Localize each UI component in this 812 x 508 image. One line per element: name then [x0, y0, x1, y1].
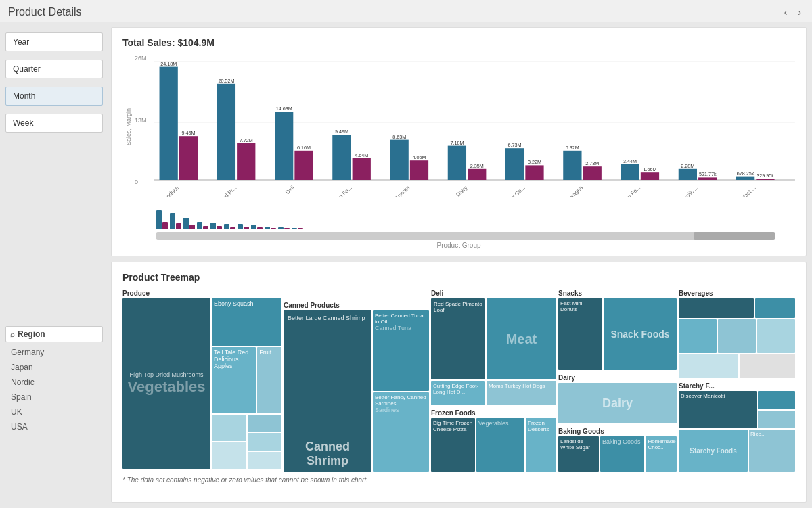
- treemap-block-dairy: Dairy: [558, 383, 677, 423]
- svg-text:678.25k: 678.25k: [737, 171, 754, 177]
- svg-rect-8: [217, 84, 235, 180]
- treemap-note: * The data set contains negative or zero…: [122, 476, 795, 484]
- y-axis-label: Sales, Margin: [125, 108, 132, 145]
- treemap-section-baking-label: Baking Goods: [558, 428, 677, 435]
- svg-rect-25: [410, 160, 428, 180]
- svg-text:8.63M: 8.63M: [392, 135, 406, 140]
- svg-text:Deli: Deli: [284, 185, 296, 195]
- sidebar-item-usa[interactable]: USA: [5, 419, 103, 434]
- treemap-block-rice: Rice...: [749, 430, 795, 472]
- filter-week-button[interactable]: Week: [5, 114, 103, 133]
- treemap-block-pimento: Red Spade Pimento Loaf: [431, 298, 485, 379]
- filter-year-button[interactable]: Year: [5, 32, 103, 51]
- sidebar-item-uk[interactable]: UK: [5, 405, 103, 419]
- sidebar-item-japan[interactable]: Japan: [5, 360, 103, 375]
- nav-next-button[interactable]: ›: [795, 5, 804, 19]
- treemap-block-bev-6: [679, 354, 738, 378]
- svg-text:Frozen Fo...: Frozen Fo...: [328, 185, 353, 197]
- svg-text:Alcoholic ...: Alcoholic ...: [675, 185, 699, 197]
- svg-text:24.18M: 24.18M: [160, 62, 177, 67]
- svg-rect-28: [448, 146, 466, 180]
- svg-text:Baking Go...: Baking Go...: [500, 185, 526, 197]
- treemap-section-frozen-label: Frozen Foods: [431, 409, 556, 417]
- region-filter-section: ⌕ Region Germany Japan Nordic Spain UK U…: [5, 326, 103, 434]
- treemap-block-pizza: Big Time Frozen Cheese Pizza: [431, 418, 475, 472]
- bar-chart-panel: Total Sales: $104.9M Sales, Margin 26M 1…: [111, 27, 807, 256]
- svg-text:6.16M: 6.16M: [297, 145, 311, 151]
- sidebar-item-germany[interactable]: Germany: [5, 345, 103, 360]
- svg-text:2.28M: 2.28M: [681, 164, 694, 169]
- treemap-section-dairy-label: Dairy: [558, 374, 677, 382]
- chart-title: Total Sales: $104.9M: [122, 37, 795, 48]
- svg-rect-18: [332, 135, 351, 180]
- svg-text:4.64M: 4.64M: [355, 153, 368, 158]
- treemap-block-starchy-foods: Starchy Foods: [679, 430, 748, 472]
- chart-scrollbar[interactable]: [156, 232, 775, 240]
- svg-text:Breakfast ...: Breakfast ...: [731, 185, 757, 197]
- treemap-block-bev-3: [679, 319, 717, 353]
- treemap-block-small-3: [248, 415, 282, 432]
- svg-text:6.32M: 6.32M: [566, 145, 579, 151]
- svg-text:329.95k: 329.95k: [757, 173, 774, 179]
- svg-rect-15: [294, 151, 313, 180]
- sidebar-item-nordic[interactable]: Nordic: [5, 375, 103, 390]
- treemap-block-turkey: Moms Turkey Hot Dogs: [487, 381, 556, 405]
- svg-rect-43: [621, 164, 639, 180]
- treemap-block-bev-4: [718, 319, 756, 353]
- filter-month-button[interactable]: Month: [5, 87, 103, 106]
- treemap-block-small-1: [212, 415, 246, 441]
- svg-text:2.73M: 2.73M: [585, 161, 599, 166]
- svg-rect-33: [505, 148, 524, 180]
- svg-text:Dairy: Dairy: [455, 184, 469, 197]
- nav-prev-button[interactable]: ‹: [782, 5, 790, 19]
- svg-text:7.18M: 7.18M: [450, 141, 464, 146]
- treemap-block-small-5: [248, 452, 282, 469]
- treemap-section-canned-label: Canned Products: [284, 302, 429, 309]
- svg-rect-50: [698, 177, 717, 180]
- treemap-section-produce-label: Produce: [122, 290, 281, 297]
- svg-text:20.52M: 20.52M: [218, 78, 234, 84]
- y-axis-max: 26M: [135, 55, 154, 62]
- page-title: Product Details: [8, 6, 82, 18]
- sidebar-item-spain[interactable]: Spain: [5, 390, 103, 405]
- treemap-block-starchy-sm-2: [758, 411, 795, 429]
- treemap-panel: Product Treemap Produce High Top Dried M…: [111, 262, 807, 503]
- treemap-block-tuna: Better Canned Tuna in Oil Canned Tuna: [373, 310, 429, 391]
- svg-rect-53: [736, 177, 754, 180]
- treemap-block-fruit: Fruit: [257, 347, 281, 413]
- treemap-section-snacks-label: Snacks: [558, 290, 677, 297]
- svg-rect-55: [756, 179, 774, 180]
- svg-rect-40: [583, 166, 602, 180]
- treemap-section-deli-label: Deli: [431, 290, 556, 297]
- treemap-block-choc: Homemade Choc...: [646, 436, 677, 472]
- treemap-block-ebony-squash: Ebony Squash: [212, 298, 281, 346]
- treemap-block-desserts: Frozen Desserts: [526, 418, 556, 472]
- treemap-block-canned-shrimp: Better Large Canned Shrimp Canned Shrimp: [284, 310, 371, 472]
- treemap-block-donuts: Fast Mini Donuts: [558, 298, 602, 370]
- svg-rect-30: [468, 169, 486, 180]
- svg-rect-5: [179, 136, 198, 180]
- svg-text:1.66M: 1.66M: [643, 167, 656, 172]
- svg-text:Canned Pr...: Canned Pr...: [212, 185, 238, 197]
- svg-text:3.44M: 3.44M: [623, 159, 637, 164]
- treemap-block-manicotti: Discover Manicotti: [679, 391, 757, 428]
- svg-rect-13: [275, 112, 293, 180]
- svg-text:4.05M: 4.05M: [412, 155, 426, 160]
- treemap-block-vegetables: High Top Dried Mushrooms Vegetables: [122, 298, 210, 469]
- svg-text:Beverages: Beverages: [561, 185, 584, 197]
- filter-quarter-button[interactable]: Quarter: [5, 60, 103, 78]
- svg-text:3.22M: 3.22M: [528, 160, 541, 165]
- mini-chart-row: [122, 202, 795, 232]
- treemap-block-small-2: [212, 442, 246, 469]
- treemap-block-small-4: [248, 433, 282, 450]
- treemap-block-meat: Meat: [487, 298, 556, 379]
- treemap-block-sugar: Landslide White Sugar: [558, 436, 599, 472]
- svg-text:9.45M: 9.45M: [181, 131, 195, 136]
- treemap-block-hotdog: Cutting Edge Foot-Long Hot D...: [431, 381, 485, 405]
- treemap-block-snack-foods: Snack Foods: [604, 298, 677, 370]
- svg-rect-3: [160, 67, 178, 180]
- treemap-block-bev-7: [740, 354, 795, 378]
- treemap-title: Product Treemap: [122, 272, 795, 283]
- svg-rect-35: [525, 165, 543, 180]
- svg-text:Starchy Fo...: Starchy Fo...: [615, 185, 641, 197]
